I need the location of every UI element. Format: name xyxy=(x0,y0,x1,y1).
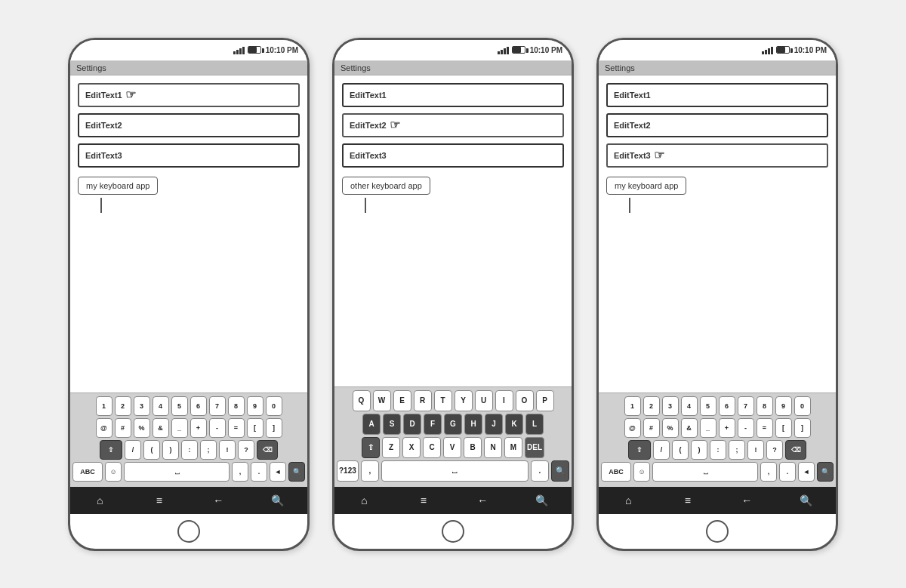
key-⎵[interactable]: ⎵ xyxy=(652,462,758,482)
key-.[interactable]: . xyxy=(779,462,796,482)
key-&[interactable]: & xyxy=(153,418,169,438)
key-:[interactable]: : xyxy=(710,440,726,460)
key-[[interactable]: [ xyxy=(775,418,792,438)
key-E[interactable]: E xyxy=(393,390,411,411)
key-/[interactable]: / xyxy=(125,440,141,460)
key-B[interactable]: B xyxy=(464,437,482,458)
key-([interactable]: ( xyxy=(143,440,160,460)
key-T[interactable]: T xyxy=(434,390,452,411)
nav-button-2[interactable]: ← xyxy=(735,491,759,509)
key-6[interactable]: 6 xyxy=(190,396,207,416)
key-:[interactable]: : xyxy=(181,440,198,460)
key-F[interactable]: F xyxy=(424,414,442,435)
key-,[interactable]: , xyxy=(361,460,379,482)
key-3[interactable]: 3 xyxy=(134,396,150,416)
key-H[interactable]: H xyxy=(464,414,482,435)
key-O[interactable]: O xyxy=(516,390,534,411)
key-0[interactable]: 0 xyxy=(794,396,811,416)
key-U[interactable]: U xyxy=(475,390,493,411)
key-G[interactable]: G xyxy=(444,414,462,435)
nav-button-2[interactable]: ← xyxy=(206,491,230,509)
key-#[interactable]: # xyxy=(115,418,131,438)
key-7[interactable]: 7 xyxy=(738,396,754,416)
key-][interactable]: ] xyxy=(266,418,282,438)
key-J[interactable]: J xyxy=(485,414,503,435)
edit-field-1[interactable]: EditText1 xyxy=(606,83,828,107)
edit-field-3[interactable]: EditText3 xyxy=(342,143,564,168)
key-=[interactable]: = xyxy=(228,418,245,438)
key-][interactable]: ] xyxy=(794,418,811,438)
edit-field-3[interactable]: EditText3 xyxy=(78,143,300,168)
nav-button-3[interactable]: 🔍 xyxy=(266,491,290,509)
edit-field-1[interactable]: EditText1 xyxy=(342,83,564,107)
key-☺[interactable]: ☺ xyxy=(633,462,650,482)
key-_[interactable]: _ xyxy=(700,418,716,438)
key-2[interactable]: 2 xyxy=(643,396,660,416)
key-@[interactable]: @ xyxy=(624,418,641,438)
nav-button-3[interactable]: 🔍 xyxy=(530,491,554,509)
key-X[interactable]: X xyxy=(402,437,421,458)
key-_[interactable]: _ xyxy=(171,418,188,438)
key-8[interactable]: 8 xyxy=(757,396,773,416)
key-◄[interactable]: ◄ xyxy=(270,462,286,482)
key-⌫[interactable]: ⌫ xyxy=(257,440,278,460)
key-C[interactable]: C xyxy=(423,437,441,458)
key-Q[interactable]: Q xyxy=(353,390,371,411)
key-⇧[interactable]: ⇧ xyxy=(628,440,651,460)
key-5[interactable]: 5 xyxy=(700,396,716,416)
key-A[interactable]: A xyxy=(362,414,381,435)
key--[interactable]: - xyxy=(738,418,754,438)
key-ABC[interactable]: ABC xyxy=(601,462,631,482)
key-🔍[interactable]: 🔍 xyxy=(551,460,569,482)
key-)[interactable]: ) xyxy=(691,440,707,460)
edit-field-2[interactable]: EditText2 xyxy=(78,113,300,137)
key-⇧[interactable]: ⇧ xyxy=(100,440,122,460)
key-[[interactable]: [ xyxy=(247,418,263,438)
key-;[interactable]: ; xyxy=(200,440,217,460)
key-![interactable]: ! xyxy=(219,440,236,460)
key-⌫[interactable]: ⌫ xyxy=(785,440,806,460)
edit-field-2[interactable]: EditText2☞ xyxy=(342,113,564,137)
home-button[interactable] xyxy=(442,520,464,543)
key-🔍[interactable]: 🔍 xyxy=(288,462,305,482)
key-=[interactable]: = xyxy=(757,418,773,438)
key-⇧[interactable]: ⇧ xyxy=(362,437,380,458)
key-7[interactable]: 7 xyxy=(209,396,226,416)
key-🔍[interactable]: 🔍 xyxy=(817,462,834,482)
key-,[interactable]: , xyxy=(232,462,248,482)
edit-field-1[interactable]: EditText1☞ xyxy=(78,83,300,107)
nav-button-1[interactable]: ≡ xyxy=(147,491,171,509)
key-+[interactable]: + xyxy=(719,418,735,438)
key-?123[interactable]: ?123 xyxy=(337,460,359,482)
home-button[interactable] xyxy=(706,520,729,543)
edit-field-3[interactable]: EditText3☞ xyxy=(606,143,828,168)
key-◄[interactable]: ◄ xyxy=(798,462,815,482)
key-.[interactable]: . xyxy=(251,462,267,482)
key-@[interactable]: @ xyxy=(96,418,112,438)
key-1[interactable]: 1 xyxy=(96,396,112,416)
key-D[interactable]: D xyxy=(403,414,421,435)
key-4[interactable]: 4 xyxy=(681,396,698,416)
key-1[interactable]: 1 xyxy=(624,396,641,416)
key-8[interactable]: 8 xyxy=(228,396,245,416)
key-P[interactable]: P xyxy=(536,390,554,411)
key--[interactable]: - xyxy=(209,418,226,438)
home-button[interactable] xyxy=(177,520,200,543)
key-#[interactable]: # xyxy=(643,418,660,438)
key-;[interactable]: ; xyxy=(729,440,745,460)
key-L[interactable]: L xyxy=(525,414,544,435)
edit-field-2[interactable]: EditText2 xyxy=(606,113,828,137)
key-6[interactable]: 6 xyxy=(719,396,735,416)
key-Y[interactable]: Y xyxy=(455,390,473,411)
key-I[interactable]: I xyxy=(495,390,513,411)
key-0[interactable]: 0 xyxy=(266,396,282,416)
key-?[interactable]: ? xyxy=(766,440,783,460)
key-S[interactable]: S xyxy=(383,414,401,435)
key-N[interactable]: N xyxy=(484,437,502,458)
nav-button-1[interactable]: ≡ xyxy=(411,491,436,509)
key-Z[interactable]: Z xyxy=(382,437,400,458)
key-![interactable]: ! xyxy=(747,440,764,460)
key-4[interactable]: 4 xyxy=(153,396,169,416)
key-W[interactable]: W xyxy=(373,390,391,411)
key-?[interactable]: ? xyxy=(238,440,254,460)
